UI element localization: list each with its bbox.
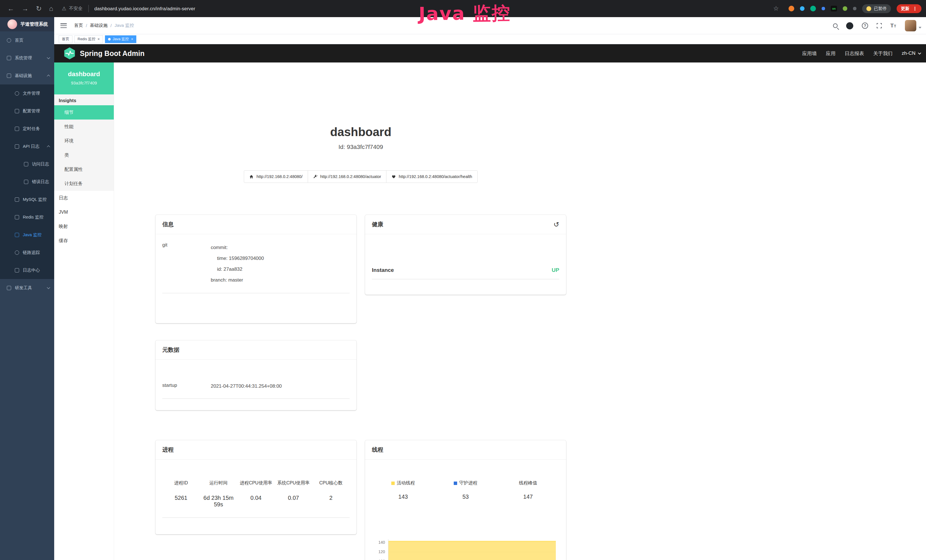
health-url-button[interactable]: http://192.168.0.2:48080/actuator/health [386, 170, 477, 183]
service-url-button[interactable]: http://192.168.0.2:48080/ [244, 170, 308, 183]
process-stats: 进程ID 5261 运行时间 6d 23h 15m 59s 进程CPU使用率 0… [162, 480, 350, 518]
extension-icon-1[interactable] [788, 6, 794, 11]
extension-icon-3[interactable] [810, 6, 816, 11]
health-card: 健康 ↺ Instance UP [365, 215, 566, 295]
app-logo-row[interactable]: 芋道管理系统 [0, 17, 54, 31]
sidebar-item-config-manage[interactable]: 配置管理 [0, 102, 54, 120]
insights-group: Insights 细节 性能 环境 类 配置属性 计划任务 [54, 94, 114, 191]
legend-active-threads: 活动线程 143 [372, 480, 434, 500]
reload-icon[interactable]: ↻ [36, 0, 42, 17]
tag-home[interactable]: 首页 [59, 35, 73, 43]
avatar[interactable] [905, 20, 916, 31]
annotation-text: Java 监控 [419, 1, 511, 26]
mysql-icon [15, 197, 19, 202]
api-log-icon [15, 144, 19, 148]
sba-item-mappings[interactable]: 映射 [54, 219, 114, 234]
sba-item-environment[interactable]: 环境 [54, 134, 114, 148]
actuator-url-button[interactable]: http://192.168.0.2:48080/actuator [308, 170, 387, 183]
sidebar-item-redis-monitor[interactable]: Redis 监控 [0, 208, 54, 226]
sidebar-item-infrastructure[interactable]: 基础设施 [0, 67, 54, 85]
sidebar-item-devtools[interactable]: 研发工具 [0, 279, 54, 297]
sidebar-item-log-center[interactable]: 日志中心 [0, 261, 54, 279]
update-button[interactable]: 更新 ⋮ [897, 4, 921, 13]
java-icon [15, 233, 19, 237]
chevron-up-icon [47, 145, 50, 148]
navbar-actions: ? TT [833, 17, 921, 34]
breadcrumb-home[interactable]: 首页 [74, 23, 83, 29]
bookmark-star-icon[interactable]: ☆ [773, 5, 779, 12]
sidebar-item-java-monitor[interactable]: Java 监控 [0, 226, 54, 244]
sba-logo-icon [64, 47, 75, 60]
process-stat: 运行时间 6d 23h 15m 59s [200, 480, 237, 508]
instance-header: dashboard 93a3fc7f7409 [54, 62, 114, 94]
font-size-icon[interactable]: TT [890, 23, 896, 29]
tags-view: 首页 Redis 监控 × Java 监控 × [54, 34, 926, 44]
site-security[interactable]: ⚠ 不安全 [62, 5, 83, 12]
switch-extension-icon[interactable]: on [831, 6, 837, 11]
error-log-icon [24, 180, 28, 184]
sba-item-metrics[interactable]: 性能 [54, 120, 114, 134]
chevron-up-icon [47, 75, 50, 78]
sidebar-item-error-logs[interactable]: 错误日志 [0, 173, 54, 191]
fullscreen-icon[interactable] [877, 23, 882, 28]
sba-item-jvm[interactable]: JVM [54, 205, 114, 219]
chevron-down-icon [47, 56, 50, 59]
url-bar[interactable]: dashboard.yudao.iocoder.cn/infra/admin-s… [94, 6, 195, 11]
threads-card: 线程 活动线程 143 [365, 440, 566, 560]
profile-paused-badge[interactable]: 已暂停 [862, 4, 891, 13]
extensions-puzzle-icon[interactable] [853, 7, 856, 10]
security-label: 不安全 [69, 6, 83, 12]
search-icon[interactable] [833, 23, 838, 28]
home-icon[interactable]: ⌂ [49, 0, 53, 17]
sba-item-details[interactable]: 细节 [54, 105, 114, 120]
sba-item-logs[interactable]: 日志 [54, 191, 114, 205]
metadata-value: 2021-04-27T00:44:31.254+08:00 [211, 383, 350, 390]
tag-java-monitor[interactable]: Java 监控 × [105, 35, 136, 43]
process-card-title: 进程 [162, 446, 174, 454]
sidebar-item-scheduled-tasks[interactable]: 定时任务 [0, 120, 54, 138]
sba-item-caches[interactable]: 缓存 [54, 234, 114, 248]
back-icon[interactable]: ← [8, 0, 14, 17]
sba-nav-wallboard[interactable]: 应用墙 [802, 50, 817, 57]
locale-select[interactable]: zh-CN [902, 50, 920, 56]
sba-item-config-props[interactable]: 配置属性 [54, 162, 114, 177]
user-menu[interactable] [905, 20, 921, 31]
hamburger-icon[interactable] [61, 23, 67, 28]
sidebar-item-file-manage[interactable]: 文件管理 [0, 85, 54, 102]
dashboard-icon [7, 38, 11, 42]
process-stat: 系统CPU使用率 0.07 [275, 480, 312, 508]
redis-icon [15, 215, 19, 219]
sba-brand[interactable]: Spring Boot Admin [64, 47, 145, 60]
breadcrumb-separator: / [110, 23, 112, 28]
sba-item-scheduled[interactable]: 计划任务 [54, 177, 114, 191]
sba-item-classes[interactable]: 类 [54, 148, 114, 162]
close-icon[interactable]: × [98, 37, 100, 41]
sba-nav-applications[interactable]: 应用 [826, 50, 835, 57]
extension-icon-2[interactable] [800, 6, 805, 11]
devtools-icon [7, 286, 11, 290]
forward-icon[interactable]: → [22, 0, 29, 17]
extension-icon-4[interactable] [822, 7, 825, 10]
extension-icon-5[interactable] [843, 6, 847, 11]
help-icon[interactable]: ? [862, 23, 868, 29]
tag-redis-monitor[interactable]: Redis 监控 × [74, 35, 103, 43]
breadcrumb: 首页 / 基础设施 / Java 监控 [74, 23, 134, 29]
instance-name: dashboard [54, 70, 114, 78]
close-icon[interactable]: × [131, 37, 133, 41]
sidebar-item-mysql-monitor[interactable]: MySQL 监控 [0, 191, 54, 208]
chevron-down-icon [47, 286, 50, 289]
sidebar-item-access-logs[interactable]: 访问日志 [0, 155, 54, 173]
sidebar-item-api-logs[interactable]: API 日志 [0, 138, 54, 155]
history-icon[interactable]: ↺ [554, 221, 559, 228]
health-card-title: 健康 [372, 221, 383, 228]
sidebar-item-system[interactable]: 系统管理 [0, 49, 54, 67]
sidebar-item-home[interactable]: 首页 [0, 31, 54, 49]
sba-nav-journal[interactable]: 日志报表 [845, 50, 864, 57]
sidebar-item-trace[interactable]: 链路追踪 [0, 244, 54, 261]
metadata-row-startup: startup 2021-04-27T00:44:31.254+08:00 [162, 383, 350, 399]
breadcrumb-infrastructure[interactable]: 基础设施 [90, 23, 107, 29]
info-card: 信息 git commit: time: 1596289704000 id: 2… [156, 215, 357, 323]
sba-nav-about[interactable]: 关于我们 [873, 50, 893, 57]
github-icon[interactable] [846, 22, 853, 29]
health-instance-row[interactable]: Instance UP [372, 267, 559, 279]
